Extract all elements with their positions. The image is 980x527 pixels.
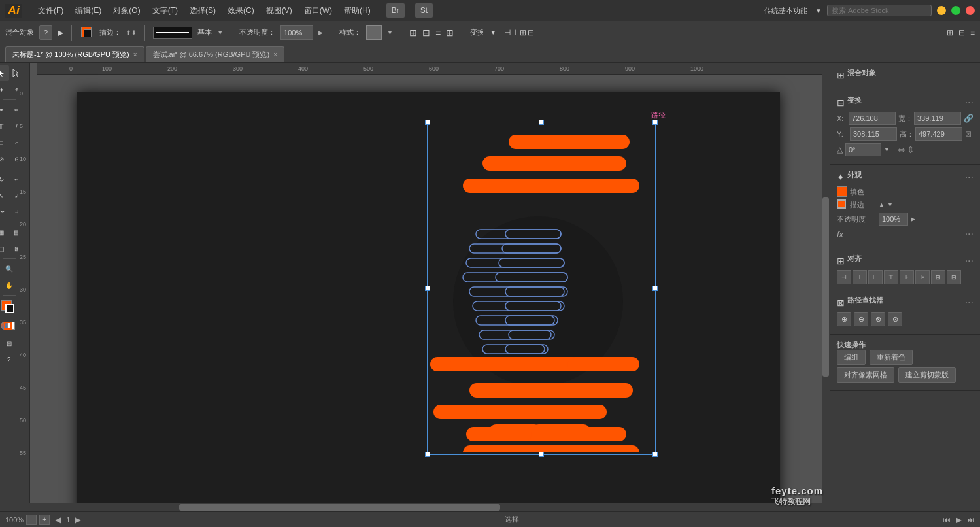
pathfinder-intersect-btn[interactable]: ⊗ [871,312,885,326]
handle-mid-left[interactable] [425,286,430,291]
vertical-scrollbar-thumb[interactable] [822,197,829,377]
fill-color-swatch[interactable] [837,186,847,197]
tab1-close-btn[interactable]: × [133,51,137,58]
reflect-btn[interactable]: ⇔ [9,171,19,187]
align-bottom-btn[interactable]: ⊧ [915,270,930,284]
warp-btn[interactable]: 〜 [0,204,9,220]
rotate-chevron[interactable]: ▼ [884,146,890,153]
question-tool-btn[interactable]: ? [1,352,17,367]
right-tool-3[interactable]: ≡ [970,28,975,37]
horizontal-scrollbar[interactable] [18,503,822,511]
tab-document2[interactable]: 尝试.ai* @ 66.67% (RGB/GPU 预览) × [146,46,285,62]
group-btn[interactable]: 编组 [837,350,866,365]
stroke-chevron-icon[interactable]: ▼ [217,29,223,36]
stroke-chevron2[interactable]: ▼ [887,201,893,208]
puppet-btn[interactable]: ⌗ [9,204,19,220]
align-left-icon[interactable]: ≡ [435,27,441,38]
artwork-container[interactable]: 路径 [430,125,652,452]
handle-mid-right[interactable] [652,286,658,291]
handle-bot-center[interactable] [539,452,544,457]
nav-next-btn[interactable]: ▶ [75,515,81,524]
search-input[interactable] [827,5,932,16]
opacity-value-input[interactable] [879,212,908,226]
tab2-close-btn[interactable]: × [273,51,277,58]
play-next-btn[interactable]: ⏭ [967,515,975,524]
pathfinder-exclude-btn[interactable]: ⊘ [888,312,902,326]
menu-help[interactable]: 帮助(H) [339,3,376,19]
distribute-icon[interactable]: ⊞ [446,27,454,38]
up-down-icon[interactable]: ⬆⬇ [126,29,137,36]
opacity-arrow-icon[interactable]: ▶ [911,216,915,222]
recolor-btn[interactable]: 重新着色 [870,350,913,365]
stroke-swatch[interactable] [5,304,14,313]
pathfinder-minus-btn[interactable]: ⊖ [854,312,868,326]
play-prev-btn[interactable]: ⏮ [943,515,951,524]
stock-btn[interactable]: St [415,3,433,18]
text-btn[interactable]: T [0,118,9,134]
shear-btn[interactable]: ⤢ [9,188,19,203]
menu-effect[interactable]: 效果(C) [222,3,260,19]
x-input[interactable] [849,112,896,125]
stroke-up-icon[interactable]: ▲ [879,201,885,208]
window-maximize-btn[interactable] [951,6,960,15]
handle-top-center[interactable] [539,120,544,125]
align-v-icon[interactable]: ⊥ [512,28,518,37]
transform-icon[interactable]: ⊟ [422,27,430,38]
dist-h-btn[interactable]: ⊞ [931,270,945,284]
pathfinder-more-btn[interactable]: ··· [965,297,973,309]
clip-btn[interactable]: 建立剪切蒙版 [898,367,956,382]
style-swatch[interactable] [366,26,382,40]
menu-select[interactable]: 选择(S) [184,3,221,19]
lasso-btn[interactable]: ⌖ [9,82,19,97]
window-close-btn[interactable] [966,6,975,15]
menu-object[interactable]: 对象(O) [108,3,145,19]
window-minimize-btn[interactable] [937,6,946,15]
pencil-btn[interactable]: ✏ [9,102,19,118]
tab-document1[interactable]: 未标题-1* @ 100% (RGB/GPU 预览) × [5,46,144,62]
distribute-v-icon[interactable]: ⊟ [528,28,534,37]
align-top-btn[interactable]: ⊤ [884,270,898,284]
zoom-in-btn[interactable]: + [39,515,50,525]
menu-window[interactable]: 窗口(W) [299,3,337,19]
fx-more-btn[interactable]: ··· [965,228,973,240]
handle-bot-left[interactable] [425,452,430,457]
align-center-v-btn[interactable]: ⊦ [900,270,914,284]
transform-more-icon[interactable]: ▼ [490,29,496,36]
appearance-more-btn[interactable]: ··· [965,171,973,183]
rect-btn[interactable]: □ [0,135,9,150]
distribute-h-icon[interactable]: ⊞ [520,28,526,37]
function-label[interactable]: 传统基本功能 [762,6,810,16]
magic-wand-btn[interactable]: ✦ [0,82,9,97]
play-btn[interactable]: ▶ [956,515,962,524]
rotate-input[interactable] [845,143,881,156]
style-chevron-icon[interactable]: ▼ [387,29,393,36]
none-icon[interactable] [4,322,12,330]
stroke-color-swatch[interactable] [837,199,847,210]
bar-chart-btn[interactable]: ▤ [9,224,19,240]
blob-btn[interactable]: ⊙ [9,151,19,167]
ellipse-btn[interactable]: ○ [9,135,19,150]
rotate-btn[interactable]: ↻ [0,171,9,187]
right-tool-1[interactable]: ⊞ [947,28,953,37]
chevron-down-icon[interactable]: ▼ [815,7,822,14]
vertical-scrollbar[interactable] [822,63,830,511]
zoom-btn[interactable]: 🔍 [1,261,17,277]
handle-top-right[interactable] [652,120,658,125]
question-btn[interactable]: ? [39,26,52,40]
nav-prev-btn[interactable]: ◀ [55,515,61,524]
scale-btn[interactable]: ⤡ [0,188,9,203]
line-btn[interactable]: / [9,118,19,134]
dist-v-btn[interactable]: ⊟ [947,270,961,284]
menu-text[interactable]: 文字(T) [147,3,183,19]
stroke-preview[interactable] [153,27,192,39]
menu-edit[interactable]: 编辑(E) [70,3,107,19]
transform-more-btn[interactable]: ··· [965,97,973,109]
link-wh-icon[interactable]: 🔗 [964,114,973,123]
bridge-btn[interactable]: Br [386,3,405,18]
width-input[interactable] [914,112,961,125]
select-tool-btn[interactable] [0,65,9,81]
pen-btn[interactable]: ✒ [0,102,9,118]
align-right-btn[interactable]: ⊢ [868,270,883,284]
gradient-btn[interactable]: ◫ [0,241,9,256]
graph-btn[interactable]: ▦ [0,224,9,240]
